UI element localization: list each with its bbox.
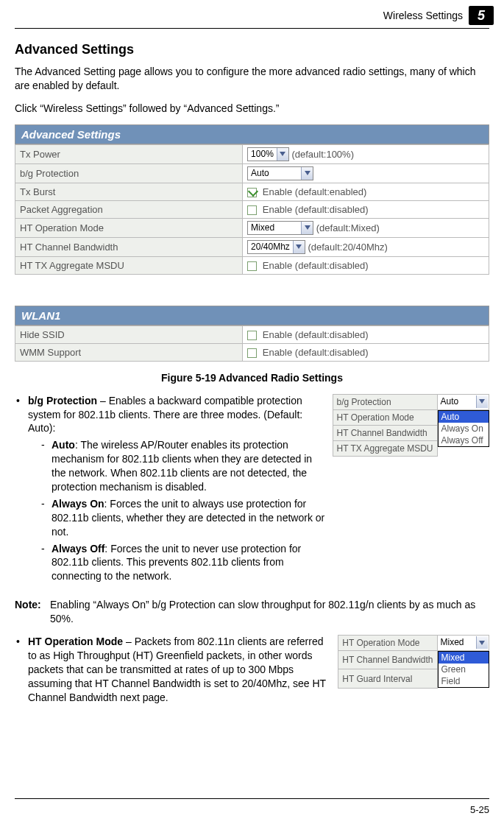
inset2-option-mixed[interactable]: Mixed xyxy=(439,652,489,664)
tx-burst-text: Enable (default:enabled) xyxy=(263,186,367,197)
chevron-down-icon xyxy=(476,636,488,649)
ht-op-mode-label: HT Operation Mode xyxy=(15,218,243,237)
ht-op-bullet: HT Operation Mode – Packets from 802.11n… xyxy=(28,635,332,704)
note-block: Note: Enabling “Always On” b/g Protectio… xyxy=(15,598,489,626)
inset1-select-value: Auto xyxy=(438,395,462,407)
inset1-option-always-on[interactable]: Always On xyxy=(439,423,489,434)
ht-channel-bw-hint: (default:20/40Mhz) xyxy=(308,241,387,252)
bg-protection-cell: Auto xyxy=(243,163,489,183)
header-section: Wireless Settings xyxy=(383,10,463,21)
inset1-control: Auto xyxy=(437,394,489,409)
sub-always-off-title: Always Off xyxy=(52,543,104,555)
ht-tx-agg-label: HT TX Aggregate MSDU xyxy=(15,256,243,274)
tx-power-cell: 100% (default:100%) xyxy=(243,144,489,163)
tx-burst-checkbox[interactable] xyxy=(247,188,257,197)
packet-agg-text: Enable (default:disabled) xyxy=(263,204,369,215)
inset1-table: b/g Protection Auto HT Operation Mode Au… xyxy=(333,394,489,457)
tx-power-select[interactable]: 100% xyxy=(247,147,289,161)
sub-always-off: Always Off: Forces the unit to never use… xyxy=(52,542,327,584)
ht-op-mode-hint: (default:Mixed) xyxy=(316,222,380,233)
sub-always-on: Always On: Forces the unit to always use… xyxy=(52,497,327,539)
packet-agg-label: Packet Aggregation xyxy=(15,200,243,218)
bg-protection-value: Auto xyxy=(248,168,272,178)
ht-channel-bw-value: 20/40Mhz xyxy=(248,242,293,252)
inset1-row1: HT Operation Mode xyxy=(333,409,437,425)
nav-instruction: Click “Wireless Settings” followed by “A… xyxy=(15,102,489,116)
chapter-number-box: 5 xyxy=(469,6,494,25)
note-text: Enabling “Always On” b/g Protection can … xyxy=(50,598,489,626)
inset2-option-greenfield[interactable]: Green Field xyxy=(439,664,489,687)
hide-ssid-label: Hide SSID xyxy=(15,325,243,343)
sub-auto-title: Auto xyxy=(52,439,75,451)
wmm-label: WMM Support xyxy=(15,343,243,361)
bg-protection-select[interactable]: Auto xyxy=(247,166,313,180)
inset1-option-auto[interactable]: Auto xyxy=(439,411,489,423)
inset1-dropdown[interactable]: Auto Always On Always Off xyxy=(438,410,489,447)
packet-agg-checkbox[interactable] xyxy=(247,205,257,215)
inset2-table: HT Operation Mode Mixed HT Channel Bandw… xyxy=(338,635,489,689)
note-label: Note: xyxy=(15,598,50,626)
sub-always-on-title: Always On xyxy=(52,498,104,510)
table-row: Tx Burst Enable (default:enabled) xyxy=(15,183,489,200)
wmm-cell: Enable (default:disabled) xyxy=(243,343,489,361)
panel2-table: Hide SSID Enable (default:disabled) WMM … xyxy=(15,325,489,362)
advanced-settings-figure: Advanced Settings Tx Power 100% (default… xyxy=(15,124,489,275)
table-row: b/g Protection Auto xyxy=(15,163,489,183)
ht-tx-agg-checkbox[interactable] xyxy=(247,261,257,271)
bg-protection-section: b/g Protection Auto HT Operation Mode Au… xyxy=(15,394,489,591)
ht-op-inset: HT Operation Mode Mixed HT Channel Bandw… xyxy=(338,635,489,689)
ht-op-section: HT Operation Mode Mixed HT Channel Bandw… xyxy=(15,635,489,708)
dash-marker: - xyxy=(41,438,52,494)
packet-agg-cell: Enable (default:disabled) xyxy=(243,200,489,218)
page-title: Advanced Settings xyxy=(15,42,489,57)
inset2-row1: HT Channel Bandwidth xyxy=(338,651,437,669)
dash-marker: - xyxy=(41,542,52,584)
inset2-select[interactable]: Mixed xyxy=(438,636,488,650)
inset1-option-always-off[interactable]: Always Off xyxy=(439,434,489,446)
bg-protection-inset: b/g Protection Auto HT Operation Mode Au… xyxy=(333,394,489,457)
inset1-select[interactable]: Auto xyxy=(438,395,488,409)
bg-protection-bullet: b/g Protection – Enables a backward comp… xyxy=(28,394,327,587)
inset1-row2: HT Channel Bandwidth xyxy=(333,426,437,441)
inset2-row0: HT Operation Mode xyxy=(338,636,437,651)
bullet-marker: • xyxy=(15,635,28,704)
chevron-down-icon xyxy=(301,167,313,180)
ht-tx-agg-text: Enable (default:disabled) xyxy=(263,260,369,271)
ht-op-bullet-title: HT Operation Mode xyxy=(28,636,123,647)
inset2-dropdown[interactable]: Mixed Green Field xyxy=(438,651,489,688)
figure-caption: Figure 5-19 Advanced Radio Settings xyxy=(15,372,489,384)
inset1-row0: b/g Protection xyxy=(333,394,437,409)
tx-power-value: 100% xyxy=(248,149,277,159)
table-row: HT Operation Mode Mixed (default:Mixed) xyxy=(15,218,489,237)
inset2-control: Mixed xyxy=(437,636,489,651)
ht-tx-agg-cell: Enable (default:disabled) xyxy=(243,256,489,274)
table-row: Tx Power 100% (default:100%) xyxy=(15,144,489,163)
footer-rule xyxy=(15,798,489,799)
sub-auto-text: : The wireless AP/Router enables its pro… xyxy=(52,439,312,493)
bullet-marker: • xyxy=(15,394,28,587)
chevron-down-icon xyxy=(293,241,305,253)
panel1-title: Advanced Settings xyxy=(15,124,489,144)
bg-protection-bullet-title: b/g Protection xyxy=(28,395,97,407)
ht-op-mode-cell: Mixed (default:Mixed) xyxy=(243,218,489,237)
chevron-down-icon xyxy=(476,395,488,408)
page-number: 5-25 xyxy=(470,804,489,815)
chevron-down-icon xyxy=(301,222,313,234)
ht-channel-bw-select[interactable]: 20/40Mhz xyxy=(247,240,305,254)
dash-marker: - xyxy=(41,497,52,539)
table-row: Hide SSID Enable (default:disabled) xyxy=(15,325,489,343)
intro-paragraph: The Advanced Setting page allows you to … xyxy=(15,65,489,93)
sub-auto: Auto: The wireless AP/Router enables its… xyxy=(52,438,327,494)
hide-ssid-checkbox[interactable] xyxy=(247,331,257,340)
chevron-down-icon xyxy=(277,148,288,161)
hide-ssid-cell: Enable (default:disabled) xyxy=(243,325,489,343)
table-row: Packet Aggregation Enable (default:disab… xyxy=(15,200,489,218)
ht-op-mode-value: Mixed xyxy=(248,222,277,233)
wmm-checkbox[interactable] xyxy=(247,348,257,358)
tx-burst-cell: Enable (default:enabled) xyxy=(243,183,489,200)
ht-op-mode-select[interactable]: Mixed xyxy=(247,221,313,235)
table-row: WMM Support Enable (default:disabled) xyxy=(15,343,489,361)
tx-power-hint: (default:100%) xyxy=(291,148,354,159)
wlan1-figure: WLAN1 Hide SSID Enable (default:disabled… xyxy=(15,306,489,362)
inset1-dropdown-cell: Auto Always On Always Off xyxy=(437,409,489,457)
